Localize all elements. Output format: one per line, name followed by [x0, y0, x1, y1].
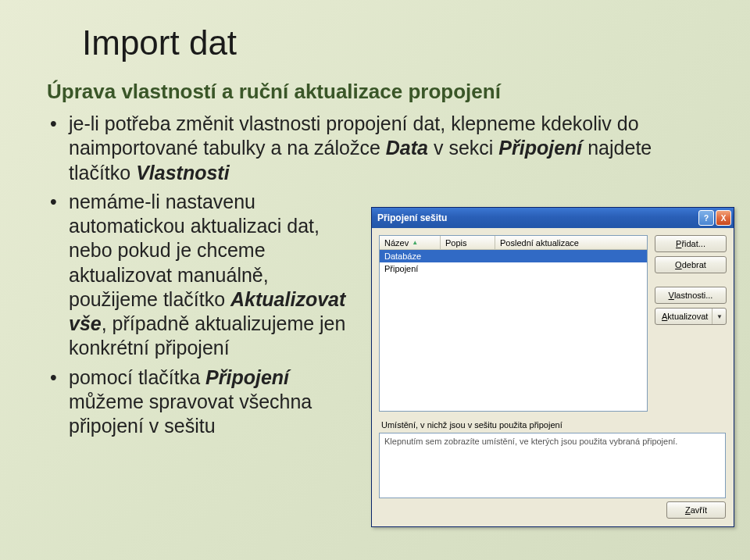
connections-list[interactable]: Název ▲ Popis Poslední aktualizace Datab…	[379, 235, 648, 412]
dialog-titlebar[interactable]: Připojení sešitu ? X	[372, 208, 734, 228]
list-body: Databáze Připojení	[380, 250, 647, 411]
close-icon[interactable]: X	[716, 210, 731, 226]
locations-label: Umístění, v nichž jsou v sešitu použita …	[381, 420, 562, 430]
bullet-item: je-li potřeba změnit vlastnosti propojen…	[69, 112, 709, 185]
button-column: Přidat... Odebrat Vlastnosti... Aktualiz…	[655, 235, 727, 325]
list-row[interactable]: Databáze	[380, 250, 647, 262]
slide-title: Import dat	[82, 23, 711, 62]
list-header: Název ▲ Popis Poslední aktualizace	[380, 236, 647, 250]
sort-asc-icon: ▲	[412, 239, 418, 246]
help-button[interactable]: ?	[698, 210, 714, 226]
column-last-update[interactable]: Poslední aktualizace	[495, 236, 647, 249]
dialog-connections: Připojení sešitu ? X Název ▲ Popis Posle…	[371, 207, 734, 527]
bullet-item: pomocí tlačítka Připojení můžeme spravov…	[69, 366, 358, 439]
close-button[interactable]: Zavřít	[666, 501, 726, 519]
column-desc[interactable]: Popis	[441, 236, 495, 249]
list-row[interactable]: Připojení	[380, 262, 647, 275]
locations-hint: Klepnutím sem zobrazíte umístění, ve kte…	[384, 437, 677, 446]
dialog-body: Název ▲ Popis Poslední aktualizace Datab…	[372, 228, 734, 526]
chevron-down-icon[interactable]: ▼	[712, 309, 723, 324]
remove-button[interactable]: Odebrat	[655, 256, 727, 273]
properties-button[interactable]: Vlastnosti...	[655, 287, 727, 304]
refresh-button[interactable]: Aktualizovat ▼	[655, 308, 727, 325]
dialog-title: Připojení sešitu	[377, 212, 697, 223]
slide-subtitle: Úprava vlastností a ruční aktualizace pr…	[47, 80, 711, 104]
locations-box[interactable]: Klepnutím sem zobrazíte umístění, ve kte…	[379, 433, 726, 498]
bullet-item: nemáme-li nastavenu automatickou aktuali…	[69, 190, 358, 361]
add-button[interactable]: Přidat...	[655, 235, 727, 252]
column-name[interactable]: Název ▲	[380, 236, 441, 249]
